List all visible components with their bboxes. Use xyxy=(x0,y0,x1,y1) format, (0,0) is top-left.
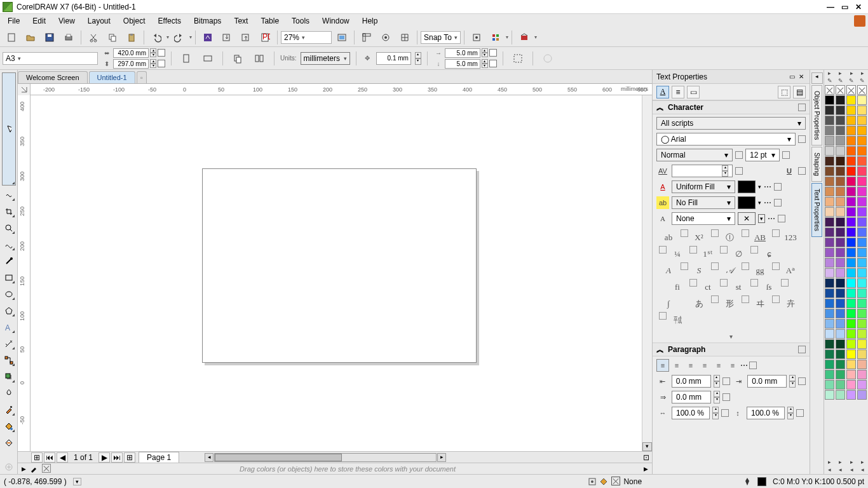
color-swatch[interactable] xyxy=(836,319,845,329)
color-swatch[interactable] xyxy=(857,390,867,400)
parallel-dimension-tool[interactable] xyxy=(2,337,16,351)
ligature-fs-icon[interactable]: ſs xyxy=(758,279,780,295)
color-swatch[interactable] xyxy=(846,95,856,105)
new-icon[interactable] xyxy=(3,30,20,45)
color-swatch[interactable] xyxy=(836,380,845,390)
nudge-distance[interactable] xyxy=(376,52,411,65)
color-swatch[interactable] xyxy=(836,187,845,196)
paragraph-tab-icon[interactable]: ≡ xyxy=(672,86,684,98)
color-swatch[interactable] xyxy=(836,278,845,288)
color-swatch[interactable] xyxy=(857,166,867,176)
align-center-icon[interactable]: ≡ xyxy=(684,359,697,372)
docker-options-icon[interactable]: ⬚ xyxy=(778,86,790,98)
color-swatch[interactable] xyxy=(857,299,867,308)
color-swatch[interactable] xyxy=(836,116,845,125)
color-swatch[interactable] xyxy=(836,156,845,166)
show-guidelines-icon[interactable] xyxy=(396,30,414,45)
color-swatch[interactable] xyxy=(836,227,845,237)
color-swatch[interactable] xyxy=(857,217,867,227)
docker-close-icon[interactable]: ✕ xyxy=(797,73,806,80)
color-swatch[interactable] xyxy=(857,177,867,186)
color-swatch[interactable] xyxy=(825,258,834,268)
color-swatch[interactable] xyxy=(846,268,856,278)
color-swatch[interactable] xyxy=(846,166,856,176)
char-fill-select[interactable]: Uniform Fill▾ xyxy=(672,180,735,193)
drawing-canvas[interactable] xyxy=(31,95,642,451)
full-screen-preview-icon[interactable] xyxy=(333,30,351,45)
character-tab-icon[interactable]: A xyxy=(656,86,669,98)
color-swatch[interactable] xyxy=(836,248,845,257)
color-swatch[interactable] xyxy=(857,116,867,125)
char-outline-select[interactable]: None▾ xyxy=(672,212,735,225)
ligature-ct-icon[interactable]: ct xyxy=(697,279,719,295)
import-icon[interactable] xyxy=(218,30,236,45)
superscript-icon[interactable]: X² xyxy=(688,229,710,246)
menu-edit[interactable]: Edit xyxy=(26,15,52,27)
color-swatch[interactable] xyxy=(825,309,834,318)
color-swatch[interactable] xyxy=(846,380,856,390)
color-swatch[interactable] xyxy=(857,238,867,247)
color-swatch[interactable] xyxy=(857,380,867,390)
color-swatch[interactable] xyxy=(825,207,834,217)
color-swatch[interactable] xyxy=(857,329,867,339)
color-swatch[interactable] xyxy=(857,156,867,166)
color-swatch[interactable] xyxy=(825,187,834,196)
font-style-select[interactable]: Normal▾ xyxy=(656,149,733,161)
color-swatch[interactable] xyxy=(846,329,856,339)
color-swatch[interactable] xyxy=(846,339,856,349)
current-page-icon[interactable] xyxy=(229,51,247,66)
color-swatch[interactable] xyxy=(836,177,845,186)
color-swatch[interactable] xyxy=(825,126,834,135)
horizontal-ruler[interactable]: -200-150-100-500501001502002503003504004… xyxy=(31,84,652,95)
maximize-button[interactable]: ▭ xyxy=(837,2,851,12)
color-swatch[interactable] xyxy=(846,227,856,237)
page-height-input[interactable] xyxy=(113,59,149,69)
color-swatch[interactable] xyxy=(846,146,856,156)
more-icon[interactable]: ⋯ xyxy=(764,198,771,207)
color-swatch[interactable] xyxy=(836,360,845,369)
palette-dropper-4[interactable]: ✎ xyxy=(857,78,868,85)
palette-down-2[interactable]: ▸ xyxy=(835,459,846,466)
ligature-fi-icon[interactable]: fi xyxy=(667,279,688,295)
duplicate-distance-y[interactable] xyxy=(445,59,480,69)
allcaps-icon[interactable]: AB xyxy=(749,229,771,246)
hscroll-thumb[interactable] xyxy=(215,454,342,461)
color-swatch[interactable] xyxy=(846,319,856,329)
eyedropper-tray-icon[interactable] xyxy=(30,465,37,473)
color-swatch[interactable] xyxy=(825,156,834,166)
align-full-icon[interactable]: ≡ xyxy=(712,359,725,372)
cjk-b-icon[interactable]: 形 xyxy=(719,295,740,312)
drop-shadow-tool[interactable] xyxy=(2,370,16,384)
indent-left-input[interactable]: 0.0 mm xyxy=(672,375,711,388)
color-swatch[interactable] xyxy=(857,95,867,105)
transparency-tool[interactable] xyxy=(2,386,16,400)
menu-bitmaps[interactable]: Bitmaps xyxy=(187,15,227,27)
zoom-level[interactable]: 27%▾ xyxy=(281,31,332,44)
docker-collapse-icon[interactable]: ▭ xyxy=(787,73,797,80)
palette-up-4[interactable]: ▸ xyxy=(857,70,868,78)
color-swatch[interactable] xyxy=(846,85,856,95)
color-swatch[interactable] xyxy=(846,136,856,146)
menu-tools[interactable]: Tools xyxy=(285,15,316,27)
color-swatch[interactable] xyxy=(825,319,834,329)
cjk-d-icon[interactable]: 卉 xyxy=(780,295,801,312)
color-swatch[interactable] xyxy=(846,309,856,318)
align-force-icon[interactable]: ≡ xyxy=(726,359,739,372)
scroll-right[interactable]: ▸ xyxy=(437,453,446,462)
stylistic-set-icon[interactable]: gg xyxy=(749,262,771,279)
color-swatch[interactable] xyxy=(836,288,845,298)
color-swatch[interactable] xyxy=(846,217,856,227)
lock-ratio-bot[interactable] xyxy=(158,60,165,67)
color-swatch[interactable] xyxy=(846,299,856,308)
slashed-zero-icon[interactable]: ∅ xyxy=(728,246,749,262)
next-page[interactable]: ▶ xyxy=(98,452,110,463)
no-color-swatch[interactable] xyxy=(42,464,51,473)
stylistic-s-icon[interactable]: S xyxy=(688,262,710,279)
color-swatch[interactable] xyxy=(857,126,867,135)
palette-up-3[interactable]: ▸ xyxy=(846,70,857,78)
color-swatch[interactable] xyxy=(825,339,834,349)
all-pages-icon[interactable] xyxy=(250,51,268,66)
color-swatch[interactable] xyxy=(857,339,867,349)
more-icon[interactable]: ⋯ xyxy=(764,182,771,191)
pick-tool[interactable] xyxy=(2,72,16,186)
